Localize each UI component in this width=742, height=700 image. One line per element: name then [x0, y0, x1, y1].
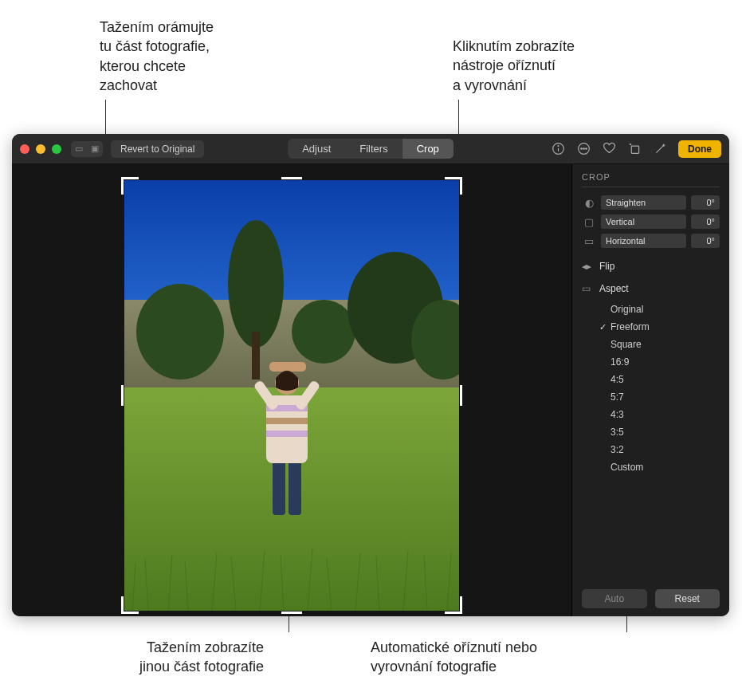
revert-button[interactable]: Revert to Original	[111, 140, 204, 158]
svg-point-13	[292, 300, 355, 364]
callout-drag-reframe: Tažením zobrazíte jinou část fotografie	[139, 638, 264, 677]
checkmark-icon: ✓	[599, 322, 610, 332]
straighten-slider[interactable]: Straighten	[601, 195, 686, 210]
aspect-label: Aspect	[599, 283, 629, 294]
aspect-option-label: 3:2	[610, 444, 624, 455]
aspect-option-list: Original✓FreeformSquare16:94:55:74:33:53…	[599, 301, 720, 476]
window-controls	[20, 144, 61, 154]
svg-point-10	[136, 284, 224, 379]
svg-point-2	[557, 146, 558, 147]
done-button[interactable]: Done	[678, 140, 721, 158]
panel-title: CROP	[582, 172, 720, 187]
aspect-option[interactable]: 4:5	[599, 371, 720, 388]
crop-handle-bottom-left[interactable]	[121, 596, 139, 614]
aspect-option[interactable]: Original	[599, 301, 720, 318]
crop-handle-left[interactable]	[121, 385, 124, 406]
crop-side-panel: CROP ◐ Straighten 0° ▢ Vertical 0° ▭ Hor…	[571, 164, 729, 616]
aspect-option-label: 4:3	[610, 409, 624, 420]
main-area: CROP ◐ Straighten 0° ▢ Vertical 0° ▭ Hor…	[12, 164, 729, 616]
photos-edit-window: ▭ ▣ Revert to Original Adjust Filters Cr…	[12, 134, 729, 616]
crop-frame[interactable]	[124, 180, 459, 611]
close-window-icon[interactable]	[20, 144, 29, 154]
svg-rect-38	[266, 431, 308, 437]
crop-handle-right[interactable]	[460, 385, 462, 406]
reset-button[interactable]: Reset	[655, 589, 720, 608]
edit-mode-tabs: Adjust Filters Crop	[288, 139, 453, 159]
right-tools: Done	[551, 140, 721, 158]
callout-auto-crop: Automatické oříznutí nebo vyrovnání foto…	[371, 638, 537, 677]
vertical-slider[interactable]: Vertical	[601, 214, 686, 229]
svg-rect-33	[273, 459, 285, 515]
tab-filters[interactable]: Filters	[345, 139, 402, 159]
aspect-option[interactable]: 5:7	[599, 388, 720, 406]
more-icon[interactable]	[576, 142, 591, 156]
vertical-row: ▢ Vertical 0°	[582, 214, 720, 229]
horizontal-row: ▭ Horizontal 0°	[582, 234, 720, 248]
aspect-option-label: Freeform	[610, 321, 650, 332]
vertical-perspective-icon: ▢	[582, 216, 596, 228]
callout-crop-tools: Kliknutím zobrazíte nástroje oříznutí a …	[453, 37, 575, 95]
panel-footer: Auto Reset	[582, 581, 720, 608]
aspect-option[interactable]: Square	[599, 336, 720, 353]
callout-crop-frame: Tažením orámujte tu část fotografie, kte…	[100, 18, 214, 95]
crop-handle-bottom[interactable]	[281, 612, 302, 614]
flip-row[interactable]: ◂▸ Flip	[582, 261, 720, 272]
aspect-option-label: 16:9	[610, 356, 629, 368]
straighten-icon: ◐	[582, 197, 596, 209]
minimize-window-icon[interactable]	[36, 144, 45, 154]
aspect-option[interactable]: 4:3	[599, 406, 720, 423]
aspect-option-label: 3:5	[610, 427, 624, 438]
horizontal-value: 0°	[691, 234, 720, 248]
crop-handle-top[interactable]	[281, 177, 302, 179]
info-icon[interactable]	[551, 142, 565, 156]
horizontal-slider[interactable]: Horizontal	[601, 234, 686, 248]
aspect-option[interactable]: 3:2	[599, 441, 720, 458]
canvas-area	[12, 164, 571, 616]
auto-enhance-icon[interactable]	[653, 142, 667, 156]
horizontal-perspective-icon: ▭	[582, 235, 596, 247]
aspect-option[interactable]: 16:9	[599, 353, 720, 371]
crop-handle-top-left[interactable]	[121, 177, 139, 195]
aspect-option[interactable]: 3:5	[599, 423, 720, 441]
svg-rect-12	[252, 332, 260, 379]
svg-point-11	[228, 220, 284, 348]
zoom-window-icon[interactable]	[52, 144, 61, 154]
straighten-value: 0°	[691, 195, 720, 210]
aspect-option-label: Square	[610, 339, 642, 350]
svg-point-4	[580, 148, 582, 150]
vertical-value: 0°	[691, 214, 720, 229]
aspect-option[interactable]: Custom	[599, 458, 720, 476]
aspect-option-label: 4:5	[610, 374, 624, 385]
straighten-row: ◐ Straighten 0°	[582, 195, 720, 210]
svg-rect-34	[289, 459, 301, 515]
svg-point-6	[585, 148, 587, 150]
tab-adjust[interactable]: Adjust	[288, 139, 345, 159]
aspect-option-label: Original	[610, 304, 643, 315]
aspect-option-label: 5:7	[610, 391, 624, 403]
zoom-segmented[interactable]: ▭ ▣	[71, 141, 103, 157]
photo-image[interactable]	[124, 180, 459, 611]
rotate-icon[interactable]	[627, 142, 642, 156]
zoom-fit-icon[interactable]: ▭	[71, 141, 87, 157]
svg-rect-41	[269, 362, 306, 372]
svg-point-5	[583, 148, 584, 150]
flip-label: Flip	[599, 261, 614, 272]
aspect-row[interactable]: ▭ Aspect	[582, 283, 720, 294]
crop-handle-top-right[interactable]	[445, 177, 462, 195]
aspect-icon: ▭	[582, 283, 593, 294]
svg-rect-7	[631, 146, 638, 153]
flip-icon: ◂▸	[582, 261, 593, 272]
tab-crop[interactable]: Crop	[402, 139, 453, 159]
crop-handle-bottom-right[interactable]	[445, 596, 462, 614]
auto-button[interactable]: Auto	[582, 589, 647, 608]
titlebar: ▭ ▣ Revert to Original Adjust Filters Cr…	[12, 134, 729, 164]
favorite-icon[interactable]	[602, 142, 616, 156]
zoom-actual-icon[interactable]: ▣	[87, 141, 103, 157]
aspect-option[interactable]: ✓Freeform	[599, 318, 720, 336]
svg-rect-37	[266, 418, 308, 424]
aspect-option-label: Custom	[610, 462, 643, 473]
